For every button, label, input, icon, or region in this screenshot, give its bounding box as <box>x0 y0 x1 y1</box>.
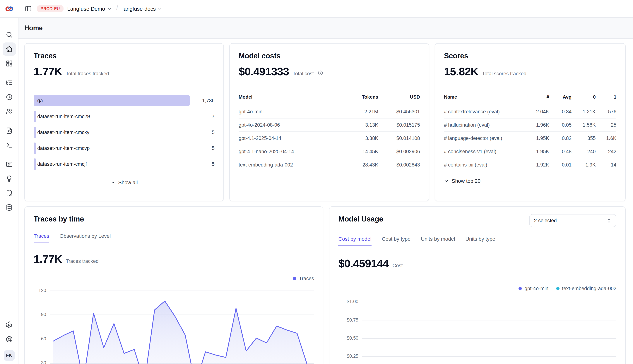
tab-traces[interactable]: Traces <box>34 233 49 243</box>
chevron-down-icon <box>111 180 115 185</box>
y-axis-tick: $1.00 <box>338 299 358 304</box>
table-cell: $0.456301 <box>378 105 420 118</box>
table-cell: 240 <box>571 145 596 158</box>
y-axis-tick: $0.75 <box>338 318 358 323</box>
page-title: Home <box>24 24 43 32</box>
traces-chart-legend: Traces <box>34 275 314 282</box>
org-switcher[interactable]: Langfuse Demo <box>67 6 112 12</box>
table-cell: 2.04K <box>525 105 549 118</box>
traces-total-label: Total traces tracked <box>66 71 109 76</box>
sidebar-item-users[interactable] <box>3 105 16 118</box>
bar-track: qa <box>34 95 193 106</box>
gridline <box>362 302 616 302</box>
traces-total-value: 1.77K <box>34 65 62 78</box>
sidebar-item-annotation-clipboard-pen[interactable] <box>3 186 16 200</box>
table-cell: 1.95K <box>525 132 549 145</box>
model-cost-row[interactable]: text-embedding-ada-00228.43K$0.002843 <box>239 158 420 171</box>
sidebar-bottom-icons <box>3 318 16 347</box>
usage-cost-label: Cost <box>392 263 403 268</box>
traces-barlist: qa1,736dataset-run-item-cmc297dataset-ru… <box>34 95 215 170</box>
tracing-icon <box>5 79 13 86</box>
model-cost-row[interactable]: gpt-4o-mini2.21M$0.456301 <box>239 105 420 118</box>
trace-bar-row[interactable]: dataset-run-item-cmcjf5 <box>34 158 215 170</box>
table-cell: 355 <box>571 132 596 145</box>
sidebar-item-sessions-clock[interactable] <box>3 90 16 104</box>
app-root: PROD-EU Langfuse Demo / langfuse-docs FK <box>0 0 633 364</box>
table-cell: 0.82 <box>549 132 571 145</box>
table-cell: # language-detector (eval) <box>444 132 525 145</box>
info-icon[interactable] <box>317 70 323 76</box>
settings-gear-icon <box>5 321 13 328</box>
table-cell: $0.014108 <box>378 132 420 145</box>
table-cell: 0.01 <box>549 158 571 171</box>
table-cell: 1.21K <box>571 105 596 118</box>
project-switcher[interactable]: langfuse-docs <box>123 6 163 12</box>
trace-bar-row[interactable]: dataset-run-item-cmc297 <box>34 111 215 122</box>
table-cell: # contains-pii (eval) <box>444 158 525 171</box>
sidebar-item-datasets-database[interactable] <box>3 201 16 214</box>
org-name: Langfuse Demo <box>67 6 105 12</box>
show-top-20-button[interactable]: Show top 20 <box>444 178 616 184</box>
sidebar-item-search[interactable] <box>3 28 16 41</box>
score-row[interactable]: # language-detector (eval)1.95K0.823551.… <box>444 132 616 145</box>
table-cell: # hallucination (eval) <box>444 118 525 132</box>
tab-cost-by-type[interactable]: Cost by type <box>382 236 410 246</box>
show-all-button[interactable]: Show all <box>34 180 215 185</box>
gridline <box>362 320 616 320</box>
model-cost-row[interactable]: gpt-4.1-2025-04-143.38K$0.014108 <box>239 132 420 145</box>
tab-cost-by-model[interactable]: Cost by model <box>338 236 371 246</box>
user-avatar[interactable]: FK <box>4 350 15 361</box>
sidebar-item-tracing[interactable] <box>3 76 16 89</box>
model-cost-row[interactable]: gpt-4o-2024-08-063.13K$0.015175 <box>239 118 420 132</box>
tab-units-by-type[interactable]: Units by type <box>465 236 495 246</box>
datasets-database-icon <box>5 204 13 211</box>
sidebar-item-evaluators-lightbulb[interactable] <box>3 172 16 185</box>
chevrons-up-down-icon <box>606 218 611 223</box>
panel-left-icon <box>25 5 32 12</box>
sidebar-item-settings-gear[interactable] <box>3 318 16 332</box>
bar-value: 7 <box>193 114 215 119</box>
environment-badge: PROD-EU <box>37 5 64 12</box>
bar-label: dataset-run-item-cmcky <box>37 126 89 138</box>
cards-row-2: Traces by time TracesObservations by Lev… <box>24 206 625 364</box>
col-model: Model <box>239 94 338 105</box>
sidebar-item-scores-percent[interactable] <box>3 158 16 171</box>
score-row[interactable]: # contextrelevance (eval)2.04K0.341.21K5… <box>444 105 616 118</box>
bar-value: 5 <box>193 146 215 151</box>
legend-label: text-embedding-ada-002 <box>562 286 616 291</box>
score-row[interactable]: # contains-pii (eval)1.92K0.011.9K14 <box>444 158 616 171</box>
sidebar-item-playground-terminal[interactable] <box>3 138 16 152</box>
bar-value: 5 <box>193 161 215 167</box>
trace-bar-row[interactable]: dataset-run-item-cmcky5 <box>34 126 215 138</box>
table-cell: gpt-4.1-2025-04-14 <box>239 132 338 145</box>
sidebar-item-prompts-file-code[interactable] <box>3 124 16 137</box>
sidebar-toggle-button[interactable] <box>23 4 33 14</box>
users-icon <box>5 108 13 115</box>
search-icon <box>5 31 13 38</box>
trace-bar-row[interactable]: qa1,736 <box>34 95 215 106</box>
bar-value: 5 <box>193 130 215 135</box>
score-row[interactable]: # conciseness-v1 (eval)1.95K0.48240242 <box>444 145 616 158</box>
sidebar-item-dashboards[interactable] <box>3 57 16 70</box>
model-cost-row[interactable]: gpt-4.1-nano-2025-04-1414.45K$0.002906 <box>239 145 420 158</box>
tab-observations-by-level[interactable]: Observations by Level <box>60 233 111 243</box>
trace-bar-row[interactable]: dataset-run-item-cmcvp5 <box>34 142 215 154</box>
legend-dot <box>519 287 522 290</box>
table-cell: 1.95K <box>525 145 549 158</box>
score-row[interactable]: # hallucination (eval)1.96K0.051.58K25 <box>444 118 616 132</box>
tab-units-by-model[interactable]: Units by model <box>421 236 455 246</box>
table-cell: 14.45K <box>338 145 378 158</box>
legend-label: gpt-4o-mini <box>525 286 549 291</box>
table-cell: 2.21M <box>338 105 378 118</box>
langfuse-org-logo[interactable] <box>5 4 14 14</box>
sidebar-item-support-lifebuoy[interactable] <box>3 332 16 346</box>
bar-track: dataset-run-item-cmcjf <box>34 158 193 170</box>
bar-label: qa <box>37 95 43 106</box>
sidebar-item-home[interactable] <box>3 42 16 56</box>
traces-tracked-value: 1.77K <box>34 253 62 265</box>
bar-label: dataset-run-item-cmcjf <box>37 158 87 170</box>
home-icon <box>5 46 13 53</box>
table-cell: gpt-4.1-nano-2025-04-14 <box>239 145 338 158</box>
table-cell: 3.13K <box>338 118 378 132</box>
model-select-dropdown[interactable]: 2 selected <box>529 214 616 227</box>
